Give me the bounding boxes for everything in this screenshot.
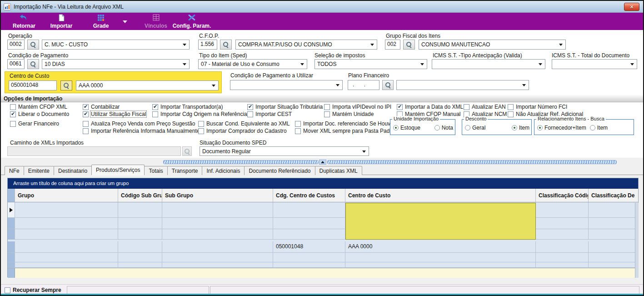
condicao-pagamento-label: Condição de Pagamento <box>8 52 68 59</box>
column-header-classificacao-de[interactable]: Classificação De <box>589 189 639 202</box>
column-header-sub-grupo[interactable]: Sub Grupo <box>162 189 273 202</box>
tab-documento-referenciado[interactable]: Documento Referênciado <box>244 166 315 175</box>
table-row[interactable] <box>8 253 638 262</box>
undo-arrow-icon <box>19 14 29 21</box>
cfop-code-input[interactable]: 1.556 <box>198 40 217 50</box>
caminho-xml-browse-button[interactable] <box>182 146 192 156</box>
operacao-select[interactable]: C. MUC - CUSTO <box>42 40 190 50</box>
tab-transporte[interactable]: Transporte <box>167 166 203 175</box>
checkbox-gerar-financeiro[interactable]: Gerar Financeiro <box>10 120 60 127</box>
column-header-centro-custo[interactable]: Centro de Custo <box>345 189 536 202</box>
condicao-utilizar-select[interactable] <box>230 80 343 90</box>
opcoes-importacao-header: Opções de Importação <box>1 95 643 102</box>
selecao-impostos-select[interactable]: TODOS <box>315 59 427 69</box>
cell-centro-custo[interactable]: AAA 0000 <box>345 241 536 252</box>
chevron-up-icon <box>321 161 324 163</box>
plano-financeiro-select[interactable] <box>396 80 529 90</box>
situacao-sped-select[interactable]: Documento Regular <box>200 146 369 156</box>
relacionamento-itens-group: Relacionamento Itens - Busca Fornecedor+… <box>534 119 634 135</box>
tab-duplicatas-xml[interactable]: Duplicatas XML <box>315 166 362 175</box>
centro-custo-code-input[interactable]: 050001048 <box>9 80 57 90</box>
table-row[interactable] <box>8 229 638 240</box>
plano-financeiro-input[interactable]: . . <box>348 80 379 90</box>
search-icon <box>406 42 412 47</box>
checkbox-utilizar-situacao-fiscal[interactable]: Utilizar Situação Fiscal <box>83 111 146 117</box>
checkbox-importa-vipidevol[interactable]: Importa vIPIDevol no IPI <box>324 104 392 110</box>
radio-item-desconto[interactable]: Item <box>512 125 529 131</box>
centro-custo-select[interactable]: AAA 0000 <box>76 80 219 90</box>
app-icon <box>4 3 11 10</box>
grade-button[interactable]: Grade <box>88 13 114 30</box>
checkbox-mover-xml-pasta[interactable]: Mover XML sempre para Pasta Padrão <box>295 128 398 134</box>
tab-nfe[interactable]: NFe <box>5 166 24 175</box>
tab-produtos-servicos[interactable]: Produtos/Serviços <box>91 165 145 175</box>
checkbox-icon <box>10 121 16 127</box>
cfop-search-button[interactable] <box>220 40 232 50</box>
checkbox-importar-cest[interactable]: Importar CEST <box>247 111 292 117</box>
splitter-collapse-button[interactable] <box>319 160 326 165</box>
condicao-pagamento-select[interactable]: 10 DIAS <box>42 59 190 69</box>
radio-geral[interactable]: Geral <box>465 125 485 131</box>
checkbox-mantem-cfop-xml[interactable]: Mantém CFOP XML <box>10 104 68 110</box>
table-row[interactable] <box>8 262 638 268</box>
checkbox-importar-numero-fci[interactable]: Importar Número FCI <box>508 104 568 110</box>
checkbox-mantem-unidade[interactable]: Mantém Unidade <box>324 111 374 117</box>
checkbox-liberar-documento[interactable]: Liberar o Documento <box>10 111 70 117</box>
checkbox-importar-doc-referenciado[interactable]: Importar Doc. referenciado Se Houver <box>295 120 396 127</box>
importar-button[interactable]: Importar <box>46 13 76 30</box>
grade-dropdown-button[interactable] <box>120 13 130 30</box>
tab-destinatario[interactable]: Destinatario <box>54 166 92 175</box>
splitter-bar-left[interactable] <box>163 160 319 164</box>
centro-custo-search-button[interactable] <box>60 80 72 90</box>
operacao-search-button[interactable] <box>27 40 39 50</box>
cfop-select[interactable]: COMPRA MAT.P/USO OU CONSUMO <box>235 40 377 50</box>
tipo-item-select[interactable]: 07 - Material de Uso e Consumo <box>198 59 307 69</box>
grupo-fiscal-select[interactable]: CONSUMO MANUTENCAO <box>419 40 566 50</box>
checkbox-atualizar-ean[interactable]: Atualizar EAN <box>464 104 506 110</box>
group-title: Desconto <box>464 116 488 121</box>
splitter-bar-right[interactable] <box>327 160 617 164</box>
situacao-sped-label: Situação Documento SPED <box>200 140 266 146</box>
config-param-button[interactable]: Config. Param. <box>170 13 214 30</box>
table-row[interactable] <box>8 202 638 218</box>
radio-estoque[interactable]: Estoque <box>393 125 420 131</box>
condicao-pagamento-code-input[interactable]: 0061 <box>7 59 25 69</box>
operacao-code-input[interactable]: 0002 <box>7 40 25 50</box>
checkbox-icon <box>152 111 158 117</box>
grupo-fiscal-search-button[interactable] <box>403 40 415 50</box>
checkbox-buscar-cond-equivalente[interactable]: Buscar Cond. Equivalente ao XML <box>198 120 290 127</box>
recuperar-sempre-checkbox[interactable]: Recuperar Sempre <box>5 287 62 293</box>
retornar-button[interactable]: Retornar <box>9 13 39 30</box>
icms-st-tipo-select[interactable] <box>432 59 545 69</box>
centro-custo-highlight-cell <box>345 203 536 240</box>
condicao-pagamento-search-button[interactable] <box>27 59 39 69</box>
radio-item-relacionamento[interactable]: Item <box>590 125 608 131</box>
table-row[interactable] <box>8 218 638 229</box>
plano-financeiro-search-button[interactable] <box>382 80 394 90</box>
checkbox-importar-data-xml[interactable]: Importar a Data do XML <box>397 104 464 110</box>
column-header-cdg-centro-custos[interactable]: Cdg. Centro de Custos <box>273 189 345 202</box>
column-header-classificacao-codigo[interactable]: Classificação Código <box>536 189 589 202</box>
close-button[interactable]: ✕ <box>624 3 639 11</box>
checkbox-icon <box>83 121 89 127</box>
checkbox-importar-comprador[interactable]: Importar Comprador do Cadastro <box>198 128 287 134</box>
radio-nota[interactable]: Nota <box>434 125 453 131</box>
group-by-bar[interactable]: Arraste um título de coluna aqui para cr… <box>8 178 638 189</box>
checkbox-importar-situacao-tributaria[interactable]: Importar Situação Tributária <box>247 104 323 110</box>
radio-fornecedor-item[interactable]: Fornecedor+Item <box>537 125 586 131</box>
cell-cdg-centro-custos[interactable]: 050001048 <box>273 241 345 252</box>
column-header-grupo[interactable]: Grupo <box>15 189 118 202</box>
checkbox-importar-cdg-origem[interactable]: Importar Cdg Origem na Referência <box>152 111 248 117</box>
tab-emitente[interactable]: Emitente <box>24 166 54 175</box>
checkbox-atualiza-preco-venda[interactable]: Atualiza Preço Venda com Preço Sugestão <box>83 120 195 127</box>
table-row[interactable]: 050001048 AAA 0000 <box>8 240 638 253</box>
checkbox-importar-referencia-manual[interactable]: Importar Referência Informada Manualment… <box>83 128 200 134</box>
icms-st-total-select[interactable] <box>552 59 637 69</box>
column-header-codigo-sub-grupo[interactable]: Código Sub Grupo <box>118 189 162 202</box>
grupo-fiscal-code-input[interactable]: 002 <box>385 40 400 50</box>
grid-vertical-scrollbar[interactable] <box>635 203 639 278</box>
checkbox-contabilizar[interactable]: Contabilizar <box>83 104 120 110</box>
tab-totais[interactable]: Totais <box>144 166 167 175</box>
tab-inf-adicionais[interactable]: Inf. Adicionais <box>202 166 245 175</box>
checkbox-importar-transportador[interactable]: Importar Transportador(a) <box>152 104 223 110</box>
